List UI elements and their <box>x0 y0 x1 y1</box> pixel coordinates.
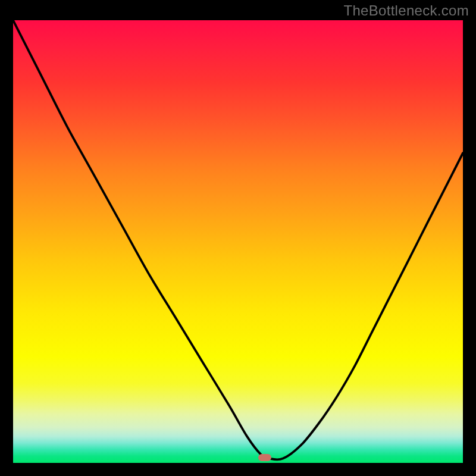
plot-area <box>13 20 463 463</box>
curve-path <box>13 20 463 460</box>
chart-frame: TheBottleneck.com <box>0 0 476 476</box>
lowest-point-marker <box>258 454 271 461</box>
watermark-text: TheBottleneck.com <box>343 2 469 19</box>
curve-svg <box>13 20 463 463</box>
